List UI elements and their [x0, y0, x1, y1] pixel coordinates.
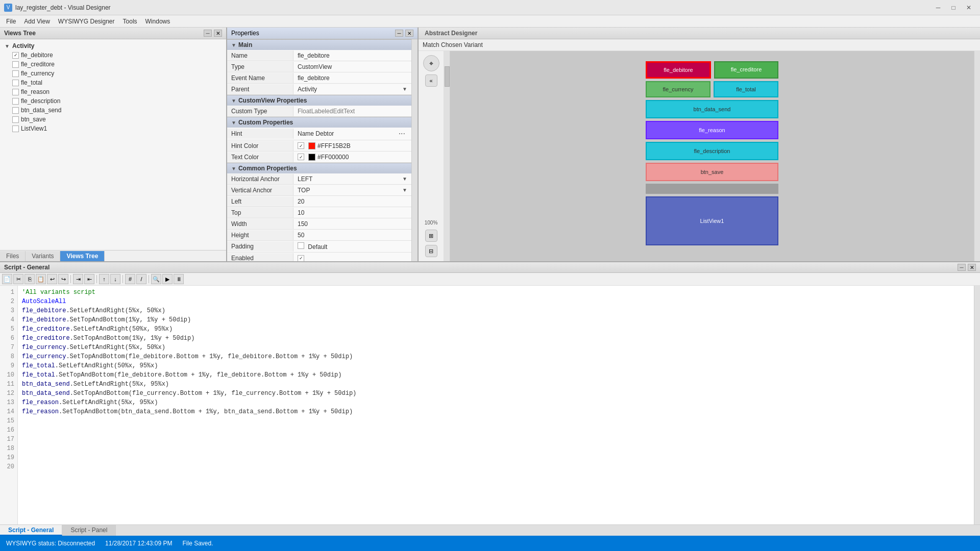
menu-file[interactable]: File [2, 17, 20, 26]
tool-paste[interactable]: 📋 [36, 274, 46, 284]
tab-script-panel[interactable]: Script - Panel [62, 525, 116, 536]
tab-script-general[interactable]: Script - General [0, 525, 62, 536]
section-customview-toggle[interactable]: ▼ [231, 98, 236, 104]
widget-fle-reason[interactable]: fle_reason [646, 121, 778, 139]
code-line-6: fle_debitore.SetTopAndBottom(1%y, 1%y + … [22, 315, 970, 324]
tab-views-tree[interactable]: Views Tree [60, 251, 105, 261]
tree-item-fle-total[interactable]: fle_total [10, 78, 224, 87]
tree-checkbox-fle-debitore[interactable] [12, 52, 19, 59]
props-scrollbar[interactable] [411, 39, 418, 261]
props-pin-button[interactable]: ─ [395, 30, 403, 37]
tool-copy[interactable]: ⎘ [24, 274, 35, 284]
tool-search[interactable]: 🔍 [151, 274, 161, 284]
tool-uncomment[interactable]: / [136, 274, 146, 284]
prop-hint-color-checkbox[interactable] [298, 142, 304, 149]
props-close-button[interactable]: ✕ [405, 30, 413, 37]
tool-indent[interactable]: ⇥ [73, 274, 83, 284]
tree-checkbox-btn-save[interactable] [12, 116, 19, 123]
menu-tools[interactable]: Tools [119, 17, 141, 26]
prop-text-color-box[interactable] [308, 154, 315, 161]
widget-btn-data-send[interactable]: btn_data_send [646, 100, 778, 118]
nav-button-back[interactable]: « [425, 74, 437, 87]
section-main-toggle[interactable]: ▼ [231, 42, 236, 48]
prop-custom-type-label: Custom Type [227, 106, 293, 116]
code-line-8: fle_creditore.SetTopAndBottom(1%y, 1%y +… [22, 334, 970, 343]
tool-debug[interactable]: ⏸ [174, 274, 184, 284]
tree-item-btn-data-send[interactable]: btn_data_send [10, 106, 224, 115]
tree-checkbox-fle-total[interactable] [12, 80, 19, 86]
abstract-slider-v[interactable] [444, 51, 450, 261]
prop-hint-value: Name Debtor ··· [293, 128, 411, 140]
status-date: 11/28/2017 12:43:09 PM [105, 540, 172, 547]
tree-item-btn-save[interactable]: btn_save [10, 115, 224, 124]
code-line-10: fle_currency.SetLeftAndRight(5%x, 50%x) [22, 343, 970, 352]
prop-h-anchor-value[interactable]: LEFT ▼ [293, 174, 411, 184]
widget-fle-debitore[interactable]: fle_debitore [646, 61, 711, 79]
close-button[interactable]: ✕ [962, 3, 976, 13]
tree-checkbox-btn-data-send[interactable] [12, 107, 19, 114]
tree-item-fle-currency[interactable]: fle_currency [10, 69, 224, 78]
prop-vertical-anchor: Vertical Anchor TOP ▼ [227, 185, 411, 196]
tool-move-up[interactable]: ↑ [99, 274, 109, 284]
tool-undo[interactable]: ↩ [47, 274, 57, 284]
tab-files[interactable]: Files [0, 251, 26, 261]
panel-pin-button[interactable]: ─ [204, 30, 212, 37]
nav-button-arrows[interactable]: ⌖ [423, 55, 439, 71]
tool-comment[interactable]: # [125, 274, 135, 284]
code-editor[interactable]: 'All variants script AutoScaleAll fle_de… [18, 286, 974, 524]
tool-outdent[interactable]: ⇤ [84, 274, 94, 284]
section-custom-props-toggle[interactable]: ▼ [231, 120, 236, 126]
prop-hint-dots[interactable]: ··· [397, 129, 407, 138]
tree-activity[interactable]: ▼ Activity [2, 41, 224, 51]
menu-wysiwyg[interactable]: WYSIWYG Designer [54, 17, 119, 26]
abstract-slider-right[interactable] [974, 51, 980, 261]
tree-checkbox-listview1[interactable] [12, 126, 19, 132]
widget-btn-save[interactable]: btn_save [646, 163, 778, 181]
zoom-minus-button[interactable]: ⊟ [425, 245, 437, 257]
script-pin-button[interactable]: ─ [958, 264, 966, 271]
prop-text-color-checkbox[interactable] [298, 154, 304, 160]
tree-item-fle-description[interactable]: fle_description [10, 96, 224, 106]
tree-checkbox-fle-creditore[interactable] [12, 61, 19, 68]
minimize-button[interactable]: ─ [931, 3, 945, 13]
panel-close-button[interactable]: ✕ [214, 30, 222, 37]
prop-padding-checkbox[interactable] [298, 242, 304, 249]
menu-bar: File Add View WYSIWYG Designer Tools Win… [0, 15, 980, 28]
tool-cut[interactable]: ✂ [13, 274, 23, 284]
tool-redo[interactable]: ↪ [58, 274, 68, 284]
tool-run[interactable]: ▶ [162, 274, 173, 284]
tree-checkbox-fle-currency[interactable] [12, 70, 19, 77]
widget-fle-description[interactable]: fle_description [646, 142, 778, 160]
tool-sep2 [96, 275, 97, 283]
tree-checkbox-fle-reason[interactable] [12, 89, 19, 95]
prop-hint-color-box[interactable] [308, 142, 315, 149]
section-common-toggle[interactable]: ▼ [231, 166, 236, 171]
widget-fle-total[interactable]: fle_total [714, 81, 778, 97]
tree-item-fle-reason[interactable]: fle_reason [10, 87, 224, 96]
prop-padding-text: Default [308, 243, 327, 251]
prop-height: Height 50 [227, 230, 411, 241]
prop-v-anchor-value[interactable]: TOP ▼ [293, 185, 411, 195]
prop-parent-arrow: ▼ [402, 86, 407, 92]
prop-hint-color: Hint Color #FFF15B2B [227, 140, 411, 152]
tab-variants[interactable]: Variants [26, 251, 60, 261]
tree-checkbox-fle-description[interactable] [12, 98, 19, 105]
menu-add-view[interactable]: Add View [20, 17, 54, 26]
tree-item-fle-creditore[interactable]: fle_creditore [10, 60, 224, 69]
prop-v-anchor-text: TOP [298, 187, 310, 194]
code-scrollbar-v[interactable] [974, 286, 980, 524]
zoom-plus-button[interactable]: ⊞ [425, 230, 437, 242]
widget-fle-currency[interactable]: fle_currency [646, 81, 710, 97]
maximize-button[interactable]: □ [946, 3, 961, 13]
tree-item-listview1[interactable]: ListView1 [10, 124, 224, 133]
widget-listview1[interactable]: ListView1 [646, 196, 778, 245]
tree-label-btn-data-send: btn_data_send [21, 107, 61, 114]
tree-item-fle-debitore[interactable]: fle_debitore [10, 51, 224, 60]
tool-new[interactable]: 📄 [2, 274, 12, 284]
tool-move-down[interactable]: ↓ [110, 274, 120, 284]
prop-parent-value[interactable]: Activity ▼ [293, 84, 411, 94]
prop-enabled-checkbox[interactable] [298, 255, 304, 261]
widget-fle-creditore[interactable]: fle_creditore [714, 61, 778, 79]
script-close-button[interactable]: ✕ [968, 264, 976, 271]
menu-windows[interactable]: Windows [141, 17, 175, 26]
